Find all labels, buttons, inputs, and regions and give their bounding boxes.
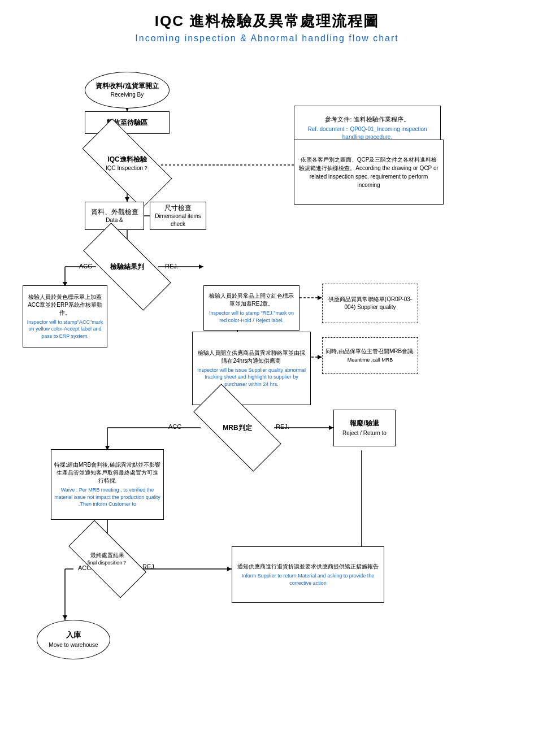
title-en: Incoming inspection & Abnormal handling …	[17, 33, 517, 44]
inform-supplier-box: 通知供應商進行退貨折讓並要求供應商提供矯正措施報告 Inform Supplie…	[232, 546, 384, 603]
flowchart: ACC REJ. ACC REJ. ACC REJ. 資料收料/進貨單開立 Re…	[17, 55, 517, 744]
start-oval-zh: 資料收料/進貨單開立	[95, 81, 158, 91]
iqc-diamond-text: IQC進料檢驗 IQC Inspection？	[106, 155, 149, 172]
rej-box: 檢驗人員於異常品上開立紅色標示單並加蓋REJ章。 Inspector will …	[203, 285, 299, 331]
reject-return-box: 報廢/驗退 Reject / Return to	[333, 410, 396, 446]
svg-marker-26	[63, 615, 67, 620]
svg-marker-34	[318, 355, 322, 359]
iqc-diamond-container: IQC進料檢驗 IQC Inspection？	[85, 142, 170, 185]
svg-marker-5	[125, 197, 129, 202]
mrb-diamond-container: MRB判定	[195, 408, 280, 447]
start-oval: 資料收料/進貨單開立 Receiving By	[85, 72, 170, 108]
mrb-diamond-text: MRB判定	[223, 423, 251, 433]
result-diamond-text: 檢驗結果判	[110, 262, 144, 272]
title-zh: IQC 進料檢驗及異常處理流程圖	[17, 11, 517, 31]
start-oval-en: Receiving By	[95, 91, 158, 99]
spec-box: 依照各客戶別之圖面、QCP及三階文件之各材料進料檢驗規範進行抽樣檢查。Accor…	[294, 140, 444, 205]
svg-marker-21	[329, 425, 333, 430]
page: IQC 進料檢驗及異常處理流程圖 Incoming inspection & A…	[0, 0, 534, 756]
final-diamond-text: 最終處置結果 final disposition？	[88, 551, 128, 567]
acc-label-2: ACC	[168, 423, 181, 430]
svg-marker-12	[199, 264, 203, 269]
connector-line	[144, 213, 150, 219]
final-diamond-container: 最終處置結果 final disposition？	[71, 541, 144, 577]
supplier-contact-box: 供應商品質異常聯絡單(QR0P-03-004) Supplier quality	[322, 284, 418, 323]
svg-marker-32	[318, 296, 322, 300]
svg-marker-28	[227, 567, 232, 571]
warehouse-oval: 入庫 Move to warehouse	[37, 620, 110, 659]
temp-store-box: 暫收至待驗區	[85, 111, 170, 134]
waive-box: 特採:經由MRB會判後,確認異常點並不影響生產品管並通知客戶取得最終處置方可進行…	[51, 449, 164, 520]
dim-check-box: 尺寸檢查 Dimensional items check	[150, 202, 206, 230]
result-diamond-container: 檢驗結果判	[85, 247, 170, 286]
acc-box: 檢驗人員於黃色標示單上加蓋ACC章並於ERP系統作核單動作。 Inspector…	[23, 285, 107, 347]
rej-label-3: REJ.	[142, 563, 156, 570]
mrb-box: 同時,由品保單位主管召開MRB會議. Meantime ,call MRB	[322, 337, 418, 374]
